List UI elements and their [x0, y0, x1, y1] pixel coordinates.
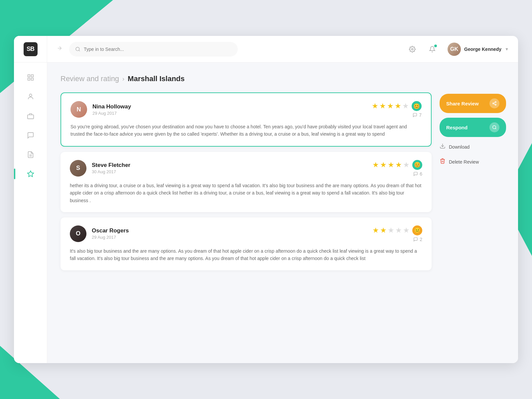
- review-avatar-1: N: [70, 101, 87, 118]
- svg-point-12: [412, 48, 413, 50]
- star-3-2: ★: [380, 226, 387, 235]
- svg-point-10: [76, 47, 79, 51]
- star-3-3: ★: [388, 226, 394, 235]
- svg-rect-3: [31, 78, 33, 80]
- star-1-5: ★: [402, 102, 409, 110]
- star-3-5: ★: [403, 226, 410, 235]
- respond-label: Respond: [446, 125, 467, 130]
- review-header-3: O Oscar Rogers 29 Aug 2017 ★ ★: [70, 225, 422, 242]
- stars-3: ★ ★ ★ ★ ★: [372, 226, 410, 235]
- comment-number-2: 6: [420, 171, 422, 177]
- delete-review-button[interactable]: Delete Review: [440, 157, 506, 167]
- sentiment-icon-2: 😊: [412, 160, 422, 170]
- sidebar-item-document[interactable]: [22, 146, 39, 163]
- reviewer-name-2: Steve Fletcher: [92, 162, 367, 169]
- main-content: GK George Kennedy ▼ Review and rating › …: [47, 36, 518, 363]
- reviews-list: N Nina Holloway 29 Aug 2017 ★ ★: [61, 92, 432, 270]
- topbar: GK George Kennedy ▼: [47, 36, 518, 63]
- sidebar-item-chat[interactable]: [22, 127, 39, 144]
- page-body: Review and rating › Marshall Islands N: [47, 63, 518, 363]
- review-card-3[interactable]: O Oscar Rogers 29 Aug 2017 ★ ★: [61, 217, 432, 270]
- breadcrumb-separator: ›: [122, 75, 124, 82]
- user-name: George Kennedy: [464, 47, 501, 52]
- gear-icon: [409, 46, 416, 53]
- star-2-5: ★: [403, 161, 410, 169]
- comment-count-3: 2: [413, 237, 422, 242]
- svg-point-14: [493, 103, 494, 104]
- download-label: Download: [449, 144, 469, 150]
- svg-rect-1: [31, 75, 33, 77]
- star-3-1: ★: [372, 226, 379, 235]
- rating-row-1: ★ ★ ★ ★ ★ 😊: [372, 101, 422, 111]
- back-button[interactable]: [57, 45, 63, 53]
- svg-point-4: [29, 94, 32, 96]
- review-rating-area-1: ★ ★ ★ ★ ★ 😊: [372, 101, 422, 118]
- reviewer-date-2: 30 Aug 2017: [92, 169, 367, 174]
- download-button[interactable]: Download: [440, 142, 506, 152]
- search-input[interactable]: [84, 47, 232, 52]
- avatar-steve: S: [70, 160, 86, 177]
- breadcrumb-parent[interactable]: Review and rating: [61, 74, 119, 83]
- user-menu[interactable]: GK George Kennedy ▼: [448, 43, 509, 56]
- sentiment-icon-1: 😊: [412, 101, 422, 111]
- svg-line-19: [495, 128, 496, 129]
- delete-review-label: Delete Review: [449, 159, 479, 165]
- review-card-2[interactable]: S Steve Fletcher 30 Aug 2017 ★ ★: [61, 152, 432, 212]
- respond-icon: [489, 122, 499, 132]
- sidebar-item-star[interactable]: [22, 166, 39, 182]
- respond-button[interactable]: Respond: [440, 118, 506, 137]
- comment-count-1: 7: [413, 112, 422, 118]
- star-1-4: ★: [395, 102, 401, 110]
- review-header-2: S Steve Fletcher 30 Aug 2017 ★ ★: [70, 160, 422, 177]
- avatar-nina: N: [70, 101, 87, 118]
- svg-rect-2: [28, 78, 30, 80]
- content-row: N Nina Holloway 29 Aug 2017 ★ ★: [61, 92, 506, 270]
- svg-rect-5: [27, 115, 33, 119]
- star-1-3: ★: [387, 102, 394, 110]
- settings-button[interactable]: [405, 42, 420, 57]
- reviewer-date-1: 29 Aug 2017: [92, 111, 366, 116]
- search-bar[interactable]: [69, 42, 238, 57]
- search-icon: [75, 47, 80, 52]
- download-icon: [440, 143, 446, 151]
- svg-line-17: [494, 102, 495, 103]
- rating-row-2: ★ ★ ★ ★ ★ 😊: [372, 160, 422, 170]
- star-1-1: ★: [372, 102, 378, 110]
- review-rating-area-2: ★ ★ ★ ★ ★ 😊: [372, 160, 422, 177]
- star-2-2: ★: [380, 161, 387, 169]
- star-2-3: ★: [388, 161, 394, 169]
- avatar: GK: [448, 43, 461, 56]
- review-avatar-2: S: [70, 160, 86, 177]
- rating-row-3: ★ ★ ★ ★ ★ 😐: [372, 225, 422, 235]
- sidebar-item-users[interactable]: [22, 88, 39, 105]
- comment-number-3: 2: [420, 237, 422, 242]
- main-window: SB: [14, 36, 518, 363]
- share-icon: [489, 98, 499, 108]
- comment-count-2: 6: [413, 171, 422, 177]
- review-card-1[interactable]: N Nina Holloway 29 Aug 2017 ★ ★: [61, 92, 432, 147]
- svg-point-15: [495, 104, 496, 105]
- sentiment-icon-3: 😐: [412, 225, 422, 235]
- reviewer-date-3: 29 Aug 2017: [92, 235, 367, 240]
- review-text-1: So you're going abroad, you've chosen yo…: [70, 123, 422, 138]
- reviewer-name-3: Oscar Rogers: [92, 227, 367, 234]
- breadcrumb-current: Marshall Islands: [128, 74, 185, 83]
- svg-point-13: [495, 101, 496, 103]
- sidebar-nav: [22, 63, 39, 363]
- trash-icon: [440, 158, 446, 166]
- sidebar-item-briefcase[interactable]: [22, 108, 39, 124]
- comment-icon-3: [413, 237, 418, 242]
- review-text-3: It's also big tour business and the are …: [70, 247, 422, 262]
- breadcrumb: Review and rating › Marshall Islands: [61, 74, 506, 83]
- share-review-label: Share Review: [446, 101, 479, 106]
- sidebar-item-dashboard[interactable]: [22, 69, 39, 86]
- review-meta-3: Oscar Rogers 29 Aug 2017: [92, 227, 367, 240]
- star-1-2: ★: [379, 102, 386, 110]
- stars-2: ★ ★ ★ ★ ★: [372, 161, 410, 169]
- sidebar-logo: SB: [14, 36, 47, 63]
- notification-dot: [434, 45, 437, 47]
- share-review-button[interactable]: Share Review: [440, 94, 506, 113]
- review-header-1: N Nina Holloway 29 Aug 2017 ★ ★: [70, 101, 422, 118]
- chevron-down-icon: ▼: [505, 47, 509, 52]
- notifications-button[interactable]: [425, 42, 440, 57]
